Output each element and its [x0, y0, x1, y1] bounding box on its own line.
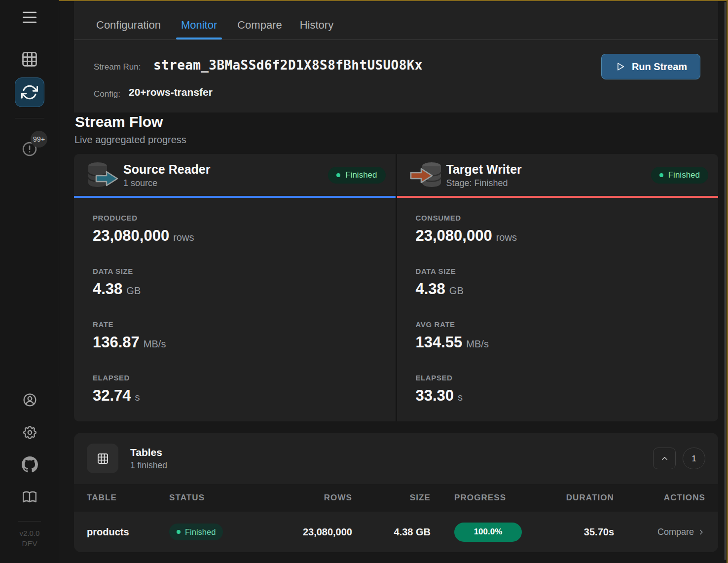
cell-size: 4.38 GB — [352, 526, 431, 538]
tables-header: Tables 1 finished 1 — [74, 433, 718, 484]
column-status: STATUS — [169, 493, 263, 503]
status-dot-icon — [336, 173, 340, 177]
stat-unit: s — [135, 392, 140, 403]
target-stats: CONSUMED 23,080,000rows DATA SIZE 4.38GB… — [397, 198, 719, 421]
stat-consumed: CONSUMED 23,080,000rows — [416, 214, 701, 246]
tables-header-actions: 1 — [653, 448, 705, 469]
play-icon — [615, 61, 625, 72]
database-in-icon — [410, 162, 442, 188]
sidebar-item-docs[interactable] — [21, 488, 38, 505]
row-status-label: Finished — [185, 527, 216, 537]
column-rows: ROWS — [263, 493, 352, 503]
stat-label: ELAPSED — [93, 374, 378, 382]
environment-label: DEV — [0, 538, 59, 549]
config-label: Config: — [94, 89, 120, 99]
source-reader-title: Source Reader — [123, 162, 210, 177]
stat-unit: MB/s — [466, 338, 489, 349]
sidebar-item-account[interactable] — [22, 392, 38, 408]
stream-run-label: Stream Run: — [94, 62, 141, 72]
sidebar-item-stream-active[interactable] — [15, 77, 44, 107]
cell-table-name: products — [87, 526, 169, 538]
stat-value: 23,080,000 — [416, 227, 492, 244]
status-dot-icon — [659, 173, 663, 177]
compare-button[interactable]: Compare — [614, 527, 705, 537]
progress-value: 100.0% — [474, 527, 503, 537]
page-subtitle: Live aggregated progress — [74, 134, 728, 146]
stat-label: RATE — [93, 320, 378, 329]
sidebar-divider-vertical — [59, 0, 59, 386]
tables-count-button[interactable]: 1 — [683, 448, 705, 469]
stat-produced: PRODUCED 23,080,000rows — [93, 214, 378, 246]
stat-value: 4.38 — [93, 280, 122, 298]
stat-label: PRODUCED — [93, 214, 378, 222]
source-status-badge: Finished — [328, 167, 385, 184]
row-status-badge: Finished — [169, 524, 223, 540]
tables-card: Tables 1 finished 1 TABLE STATUS ROWS SI… — [74, 433, 718, 552]
target-writer-title: Target Writer — [446, 162, 522, 177]
sync-icon — [21, 84, 38, 101]
target-writer-panel: Target Writer Stage: Finished Finished C… — [396, 154, 719, 421]
source-reader-panel: Source Reader 1 source Finished PRODUCED… — [74, 154, 396, 421]
gear-icon — [22, 424, 38, 441]
tab-configuration[interactable]: Configuration — [91, 10, 166, 39]
target-writer-header: Target Writer Stage: Finished Finished — [397, 154, 719, 196]
grid-icon — [96, 452, 109, 465]
status-dot-icon — [177, 530, 181, 534]
column-progress: PROGRESS — [431, 493, 554, 503]
column-table: TABLE — [87, 493, 169, 503]
stat-label: ELAPSED — [416, 374, 701, 382]
compare-label: Compare — [657, 527, 694, 537]
tables-count: 1 — [692, 454, 696, 463]
vertical-scrollbar[interactable] — [725, 2, 726, 560]
column-duration: DURATION — [554, 493, 614, 503]
source-stats: PRODUCED 23,080,000rows DATA SIZE 4.38GB… — [74, 198, 396, 421]
sidebar-item-github[interactable] — [22, 456, 38, 473]
stream-flow-card: Source Reader 1 source Finished PRODUCED… — [74, 154, 718, 421]
cell-status: Finished — [169, 524, 263, 540]
main-content: Configuration Monitor Compare History St… — [59, 0, 728, 563]
source-status-label: Finished — [345, 170, 377, 180]
sidebar-separator — [15, 118, 44, 118]
run-stream-button[interactable]: Run Stream — [601, 54, 700, 79]
source-reader-header: Source Reader 1 source Finished — [74, 154, 396, 196]
cell-actions: Compare — [614, 527, 705, 537]
menu-toggle-button[interactable] — [23, 11, 36, 24]
stat-unit: MB/s — [144, 338, 166, 349]
stat-value: 23,080,000 — [93, 227, 169, 244]
stat-unit: GB — [126, 285, 141, 296]
stat-label: DATA SIZE — [93, 267, 378, 275]
cell-progress: 100.0% — [431, 523, 554, 542]
target-status-label: Finished — [668, 170, 700, 180]
header-panel: Configuration Monitor Compare History St… — [74, 0, 718, 113]
sidebar: 99+ — [0, 0, 59, 563]
stat-data-size: DATA SIZE 4.38GB — [416, 267, 701, 299]
sidebar-item-settings[interactable] — [22, 424, 38, 441]
database-out-icon — [87, 162, 119, 188]
version-label: v2.0.0 DEV — [0, 528, 59, 549]
table-row[interactable]: products Finished 23,080,000 4.38 GB 100… — [74, 512, 718, 552]
stat-unit: s — [458, 392, 463, 403]
sidebar-item-tables[interactable] — [20, 50, 39, 69]
stat-data-size: DATA SIZE 4.38GB — [93, 267, 378, 299]
stream-run-header: Stream Run: stream_3BMaSSd6f2D1X8S8fBhtU… — [74, 40, 718, 113]
cell-duration: 35.70s — [554, 526, 614, 538]
source-reader-subtitle: 1 source — [123, 178, 210, 188]
stream-run-id: stream_3BMaSSd6f2D1X8S8fBhtUSUO8Kx — [153, 58, 423, 73]
stat-unit: rows — [173, 232, 194, 243]
progress-pill: 100.0% — [454, 523, 522, 542]
top-accent-bar — [59, 0, 728, 1]
tab-compare[interactable]: Compare — [232, 10, 287, 39]
chevron-right-icon — [697, 528, 705, 536]
tab-history[interactable]: History — [295, 10, 338, 39]
stat-elapsed: ELAPSED 33.30s — [416, 374, 701, 406]
chevron-up-icon — [660, 454, 669, 463]
collapse-tables-button[interactable] — [653, 448, 676, 469]
tab-monitor[interactable]: Monitor — [176, 10, 222, 39]
stat-unit: GB — [449, 285, 464, 296]
stat-label: AVG RATE — [416, 320, 701, 329]
target-writer-subtitle: Stage: Finished — [446, 178, 522, 188]
tables-icon-container — [87, 444, 118, 473]
page-title: Stream Flow — [75, 113, 728, 130]
config-value: 20+rows-transfer — [129, 86, 213, 98]
version-number: v2.0.0 — [0, 528, 59, 538]
